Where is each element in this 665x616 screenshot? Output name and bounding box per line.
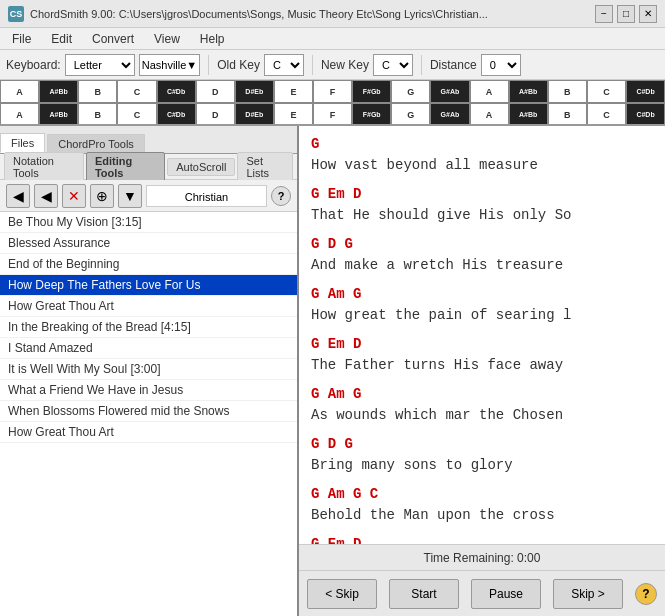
- minimize-button[interactable]: −: [595, 5, 613, 23]
- old-key-dropdown[interactable]: CDEFG: [264, 54, 304, 76]
- piano-key2-E1[interactable]: E: [274, 103, 313, 126]
- old-key-label: Old Key: [217, 58, 260, 72]
- song-list[interactable]: Be Thou My Vision [3:15]Blessed Assuranc…: [0, 212, 297, 616]
- piano-key-F1[interactable]: F: [313, 80, 352, 103]
- subtab-autoscroll[interactable]: AutoScroll: [167, 158, 235, 176]
- piano-key-C2[interactable]: C: [587, 80, 626, 103]
- nashville-dropdown[interactable]: Nashville ▼: [139, 54, 201, 76]
- start-button[interactable]: Start: [389, 579, 459, 609]
- close-button[interactable]: ✕: [639, 5, 657, 23]
- song-item-4[interactable]: How Great Thou Art: [0, 296, 297, 317]
- stop-button[interactable]: ✕: [62, 184, 86, 208]
- piano-key2-CDb1[interactable]: C#Db: [157, 103, 196, 126]
- song-item-0[interactable]: Be Thou My Vision [3:15]: [0, 212, 297, 233]
- song-item-3[interactable]: How Deep The Fathers Love For Us: [0, 275, 297, 296]
- piano-key-FGb1[interactable]: F#Gb: [352, 80, 391, 103]
- verse-block-2: G D GAnd make a wretch His treasure: [311, 234, 653, 276]
- lyric-line-3: How great the pain of searing l: [311, 305, 653, 326]
- piano-key2-ABb2[interactable]: A#Bb: [509, 103, 548, 126]
- piano-key-B2[interactable]: B: [548, 80, 587, 103]
- song-item-1[interactable]: Blessed Assurance: [0, 233, 297, 254]
- piano-key-A1[interactable]: A: [0, 80, 39, 103]
- piano-key2-B2[interactable]: B: [548, 103, 587, 126]
- verse-block-0: GHow vast beyond all measure: [311, 134, 653, 176]
- piano-key2-CDb2[interactable]: C#Db: [626, 103, 665, 126]
- piano-key2-F1[interactable]: F: [313, 103, 352, 126]
- menu-edit[interactable]: Edit: [43, 30, 80, 48]
- piano-key-B1[interactable]: B: [78, 80, 117, 103]
- piano-key2-FGb1[interactable]: F#Gb: [352, 103, 391, 126]
- piano-key2-C2[interactable]: C: [587, 103, 626, 126]
- new-key-label: New Key: [321, 58, 369, 72]
- menu-file[interactable]: File: [4, 30, 39, 48]
- piano-key2-A1[interactable]: A: [0, 103, 39, 126]
- skip-fwd-button[interactable]: Skip >: [553, 579, 623, 609]
- song-item-2[interactable]: End of the Beginning: [0, 254, 297, 275]
- chord-line-4: G Em D: [311, 334, 653, 355]
- keyboard-dropdown[interactable]: Letter Number: [65, 54, 135, 76]
- piano-key-E1[interactable]: E: [274, 80, 313, 103]
- subtab-editing[interactable]: Editing Tools: [86, 152, 165, 182]
- prev-button[interactable]: ◀: [34, 184, 58, 208]
- subtab-setlists[interactable]: Set Lists: [237, 152, 293, 182]
- sub-tool-tabs: Notation Tools Editing Tools AutoScroll …: [0, 154, 297, 180]
- piano-key-G1[interactable]: G: [391, 80, 430, 103]
- lyric-line-6: Bring many sons to glory: [311, 455, 653, 476]
- subtab-notation[interactable]: Notation Tools: [4, 152, 84, 182]
- help-button[interactable]: ?: [271, 186, 291, 206]
- piano-key-DEb1[interactable]: D#Eb: [235, 80, 274, 103]
- tab-files[interactable]: Files: [0, 133, 45, 153]
- piano-bottom-row: A A#Bb B C C#Db D D#Eb E F F#Gb G G#Ab A…: [0, 103, 665, 126]
- menu-help[interactable]: Help: [192, 30, 233, 48]
- piano-key-ABb2[interactable]: A#Bb: [509, 80, 548, 103]
- piano-key-A2[interactable]: A: [470, 80, 509, 103]
- piano-key-CDb2[interactable]: C#Db: [626, 80, 665, 103]
- song-item-5[interactable]: In the Breaking of the Bread [4:15]: [0, 317, 297, 338]
- piano-key-ABb1[interactable]: A#Bb: [39, 80, 78, 103]
- main-content: Files ChordPro Tools Notation Tools Edit…: [0, 126, 665, 616]
- lyric-line-5: As wounds which mar the Chosen: [311, 405, 653, 426]
- piano-key-C1[interactable]: C: [117, 80, 156, 103]
- tab-chordpro[interactable]: ChordPro Tools: [47, 134, 145, 153]
- piano-key2-GAb1[interactable]: G#Ab: [430, 103, 469, 126]
- maximize-button[interactable]: □: [617, 5, 635, 23]
- lyric-line-1: That He should give His only So: [311, 205, 653, 226]
- chord-line-8: G Em D: [311, 534, 653, 544]
- left-panel: Files ChordPro Tools Notation Tools Edit…: [0, 126, 299, 616]
- piano-key2-A2[interactable]: A: [470, 103, 509, 126]
- piano-key2-C1[interactable]: C: [117, 103, 156, 126]
- right-panel: GHow vast beyond all measureG Em DThat H…: [299, 126, 665, 616]
- verse-block-1: G Em DThat He should give His only So: [311, 184, 653, 226]
- song-item-7[interactable]: It is Well With My Soul [3:00]: [0, 359, 297, 380]
- song-item-9[interactable]: When Blossoms Flowered mid the Snows: [0, 401, 297, 422]
- verse-block-7: G Am G CBehold the Man upon the cross: [311, 484, 653, 526]
- menu-convert[interactable]: Convert: [84, 30, 142, 48]
- pause-button[interactable]: Pause: [471, 579, 541, 609]
- bottom-help-button[interactable]: ?: [635, 583, 657, 605]
- piano-key-CDb1[interactable]: C#Db: [157, 80, 196, 103]
- distance-dropdown[interactable]: 01-1: [481, 54, 521, 76]
- next-button[interactable]: ▼: [118, 184, 142, 208]
- piano-key2-DEb1[interactable]: D#Eb: [235, 103, 274, 126]
- keyboard-label: Keyboard:: [6, 58, 61, 72]
- piano-key2-B1[interactable]: B: [78, 103, 117, 126]
- lyrics-area: GHow vast beyond all measureG Em DThat H…: [299, 126, 665, 544]
- song-item-6[interactable]: I Stand Amazed: [0, 338, 297, 359]
- piano-key2-ABb1[interactable]: A#Bb: [39, 103, 78, 126]
- piano-key-GAb1[interactable]: G#Ab: [430, 80, 469, 103]
- piano-key2-G1[interactable]: G: [391, 103, 430, 126]
- piano-key2-D1[interactable]: D: [196, 103, 235, 126]
- piano-key-D1[interactable]: D: [196, 80, 235, 103]
- song-item-8[interactable]: What a Friend We Have in Jesus: [0, 380, 297, 401]
- status-bar: Time Remaining: 0:00: [299, 544, 665, 570]
- verse-block-3: G Am GHow great the pain of searing l: [311, 284, 653, 326]
- chord-line-1: G Em D: [311, 184, 653, 205]
- chord-line-0: G: [311, 134, 653, 155]
- song-item-10[interactable]: How Great Thou Art: [0, 422, 297, 443]
- add-button[interactable]: ⊕: [90, 184, 114, 208]
- menu-view[interactable]: View: [146, 30, 188, 48]
- prev-prev-button[interactable]: ◀: [6, 184, 30, 208]
- new-key-dropdown[interactable]: CDEFG: [373, 54, 413, 76]
- menu-bar: File Edit Convert View Help: [0, 28, 665, 50]
- skip-back-button[interactable]: < Skip: [307, 579, 377, 609]
